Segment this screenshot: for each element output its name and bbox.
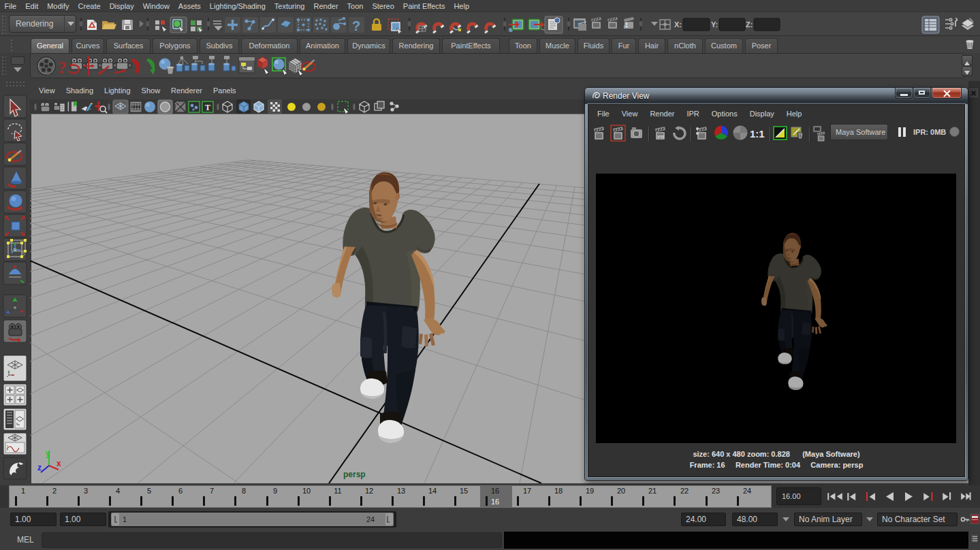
svg-text:10: 10 (302, 487, 311, 495)
svg-text:20: 20 (617, 487, 625, 495)
svg-text:15: 15 (460, 487, 468, 495)
svg-text:14: 14 (428, 487, 437, 495)
svg-text:Y:: Y: (711, 20, 718, 29)
svg-text:x: x (57, 459, 61, 468)
svg-text:16: 16 (491, 487, 499, 495)
svg-text:5: 5 (147, 487, 151, 495)
svg-text:16: 16 (491, 498, 499, 506)
svg-text:persp: persp (343, 470, 366, 479)
svg-text:13: 13 (397, 487, 405, 495)
svg-text:X:: X: (674, 20, 682, 29)
svg-text:?: ? (352, 18, 360, 33)
svg-text:9: 9 (273, 487, 277, 495)
svg-text:24: 24 (743, 487, 751, 495)
svg-text:6: 6 (178, 487, 183, 495)
svg-text:z: z (37, 463, 42, 472)
svg-text:IPR: IPR (657, 135, 665, 139)
svg-text:17: 17 (523, 487, 531, 495)
svg-text:21: 21 (648, 487, 657, 495)
svg-text:?: ? (58, 59, 67, 77)
svg-text:1:1: 1:1 (750, 128, 765, 140)
svg-text:7: 7 (210, 487, 214, 495)
svg-text:22: 22 (680, 487, 689, 495)
svg-text:8: 8 (242, 487, 246, 495)
svg-text:y: y (46, 449, 50, 458)
svg-text:T: T (205, 103, 210, 112)
svg-text:11: 11 (334, 487, 341, 495)
svg-text:4: 4 (116, 487, 120, 495)
svg-text:18: 18 (554, 487, 563, 495)
svg-text:19: 19 (586, 487, 594, 495)
svg-text:Z:: Z: (746, 20, 753, 29)
svg-text:23: 23 (712, 487, 720, 495)
svg-text:3: 3 (84, 487, 88, 495)
svg-text:1: 1 (21, 487, 25, 495)
svg-text:2: 2 (52, 487, 57, 495)
svg-text:12: 12 (365, 487, 373, 495)
